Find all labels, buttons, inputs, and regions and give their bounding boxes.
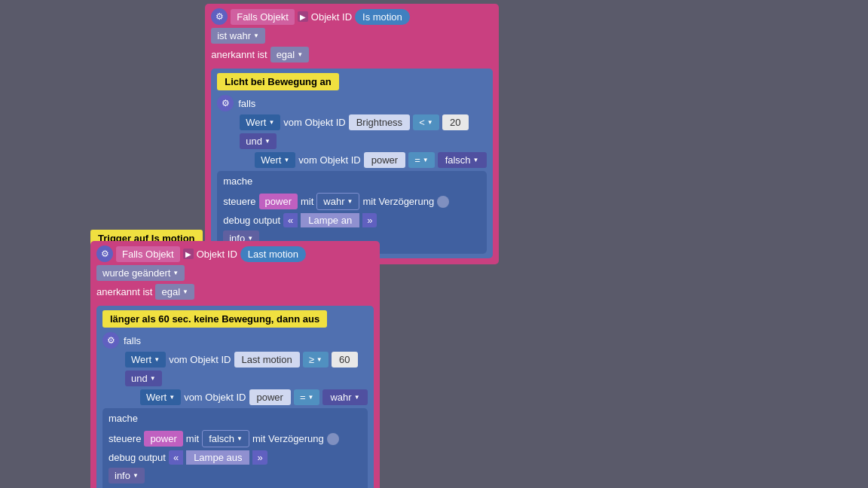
wert-btn-2a[interactable]: Wert — [125, 352, 166, 368]
mache-label-1: mache — [223, 175, 252, 187]
outer-block-2: ⚙ Falls Objekt ▶ Objekt ID Last motion w… — [90, 241, 380, 488]
quote-left-1: « — [283, 213, 298, 227]
steuere-row-2: steuere power mit falsch mit Verzögerung — [108, 430, 362, 447]
cond-row-1b: Wert vom Objekt ID power = falsch — [255, 152, 486, 168]
falls-objekt-row-1: ⚙ Falls Objekt ▶ Objekt ID Is motion — [211, 8, 492, 25]
lampe-aus-text: Lampe aus — [186, 450, 249, 465]
wert-btn-1b[interactable]: Wert — [255, 152, 295, 168]
steuere-label-2: steuere — [108, 433, 141, 444]
falls-label-2: falls — [124, 335, 141, 346]
falls-row-1: ⚙ falls — [217, 95, 486, 111]
steuere-label-1: steuere — [223, 196, 255, 207]
anerkannt-label-2: anerkannt ist — [96, 286, 152, 297]
power-box-1: power — [364, 152, 405, 168]
arrow-1: ▶ — [298, 11, 308, 22]
falls-gear-1[interactable]: ⚙ — [217, 95, 234, 111]
falsch-btn-1[interactable]: falsch — [438, 152, 487, 168]
equals-btn-2[interactable]: = — [294, 389, 320, 405]
toggle-2[interactable] — [327, 433, 339, 445]
info-row-2: info — [108, 468, 362, 483]
objekt-id-value-1: Is motion — [355, 9, 410, 25]
und-row-2: und — [125, 371, 368, 386]
info-btn-2[interactable]: info — [108, 468, 145, 483]
anerkannt-row-1: anerkannt ist egal — [211, 47, 492, 63]
gear-icon-1[interactable]: ⚙ — [211, 8, 228, 25]
cond-row-2b: Wert vom Objekt ID power = wahr — [140, 389, 368, 405]
inner-title-2: länger als 60 sec. keine Bewegung, dann … — [102, 310, 327, 328]
wurde-geandert-dropdown[interactable]: wurde geändert — [96, 265, 185, 281]
und-btn-1[interactable]: und — [240, 133, 277, 149]
vom-objekt-id-2b: vom Objekt ID — [184, 392, 246, 403]
falls-gear-2[interactable]: ⚙ — [102, 332, 119, 349]
debug-label-2: debug output — [108, 452, 166, 463]
lampe-an-text: Lampe an — [301, 213, 359, 227]
debug-row-2: debug output « Lampe aus » — [108, 450, 362, 465]
quote-right-2: » — [252, 450, 267, 465]
verzogerung-label-1: mit Verzögerung — [362, 196, 434, 207]
mache-row-1: mache — [223, 175, 480, 190]
vom-objekt-id-1a: vom Objekt ID — [283, 117, 345, 128]
mache-section-2: mache steuere power mit falsch mit Verzö… — [102, 408, 368, 488]
inner-title-1: Licht bei Bewegung an — [217, 73, 339, 90]
trigger-block-2: ⚙ Falls Objekt ▶ Objekt ID Last motion w… — [90, 241, 380, 488]
egal-dropdown-2[interactable]: egal — [155, 284, 194, 300]
falls-objekt-label-2: Falls Objekt — [116, 246, 180, 262]
mache-label-2: mache — [108, 413, 138, 424]
power-box-2: power — [249, 389, 291, 405]
debug-row-1: debug output « Lampe an » — [223, 213, 480, 227]
mit-label-2: mit — [186, 433, 199, 444]
falls-objekt-label-1: Falls Objekt — [231, 9, 295, 25]
anerkannt-row-2: anerkannt ist egal — [96, 284, 374, 300]
mache-row-2: mache — [108, 413, 362, 427]
wert-btn-1a[interactable]: Wert — [240, 114, 280, 130]
wert-btn-2b[interactable]: Wert — [140, 389, 181, 405]
ist-wahr-dropdown[interactable]: ist wahr — [211, 28, 265, 44]
cond-row-1a: Wert vom Objekt ID Brightness < 20 — [240, 114, 486, 130]
objekt-id-label-1: Objekt ID — [311, 11, 352, 23]
arrow-2: ▶ — [183, 249, 194, 259]
brightness-box: Brightness — [349, 114, 410, 130]
outer-block-1: ⚙ Falls Objekt ▶ Objekt ID Is motion ist… — [205, 4, 498, 264]
value-60-box: 60 — [332, 352, 358, 368]
vom-objekt-id-1b: vom Objekt ID — [298, 154, 360, 166]
power-btn-1[interactable]: power — [259, 194, 298, 209]
gte-btn[interactable]: ≥ — [303, 352, 329, 368]
egal-dropdown-1[interactable]: egal — [270, 47, 310, 63]
quote-left-2: « — [169, 450, 183, 465]
ist-wahr-row: ist wahr — [211, 28, 492, 44]
wurde-geandert-row: wurde geändert — [96, 265, 374, 281]
less-than-btn[interactable]: < — [413, 114, 439, 130]
falls-objekt-row-2: ⚙ Falls Objekt ▶ Objekt ID Last motion — [96, 246, 374, 262]
power-btn-2[interactable]: power — [144, 431, 182, 447]
inner-block-1: Licht bei Bewegung an ⚙ falls Wert vom O… — [211, 69, 492, 258]
gear-icon-2[interactable]: ⚙ — [96, 246, 113, 262]
objekt-id-label-2: Objekt ID — [197, 249, 237, 260]
equals-btn-1[interactable]: = — [408, 152, 435, 168]
verzogerung-label-2: mit Verzögerung — [252, 433, 324, 444]
trigger-block-1: Trigger auf Is motion ⚙ Falls Objekt ▶ O… — [90, 4, 499, 264]
falls-label-1: falls — [238, 98, 255, 109]
anerkannt-label-1: anerkannt ist — [211, 49, 267, 60]
vom-objekt-id-2a: vom Objekt ID — [169, 354, 231, 365]
quote-right-1: » — [362, 213, 377, 227]
inner-block-2: länger als 60 sec. keine Bewegung, dann … — [96, 306, 374, 488]
toggle-1[interactable] — [437, 196, 449, 208]
cond-row-2a: Wert vom Objekt ID Last motion ≥ 60 — [125, 352, 368, 368]
mit-label-1: mit — [301, 196, 313, 207]
last-motion-box: Last motion — [234, 352, 300, 368]
objekt-id-value-2: Last motion — [240, 246, 306, 262]
wahr-btn-2b[interactable]: wahr — [322, 389, 367, 405]
falls-row-2: ⚙ falls — [102, 332, 368, 349]
value-20-box: 20 — [442, 114, 469, 130]
wahr-btn-1[interactable]: wahr — [316, 193, 359, 210]
und-btn-2[interactable]: und — [125, 371, 162, 386]
debug-label-1: debug output — [223, 215, 280, 226]
steuere-row-1: steuere power mit wahr mit Verzögerung — [223, 193, 480, 210]
und-row-1: und — [240, 133, 486, 149]
falsch-btn-2[interactable]: falsch — [202, 430, 249, 447]
